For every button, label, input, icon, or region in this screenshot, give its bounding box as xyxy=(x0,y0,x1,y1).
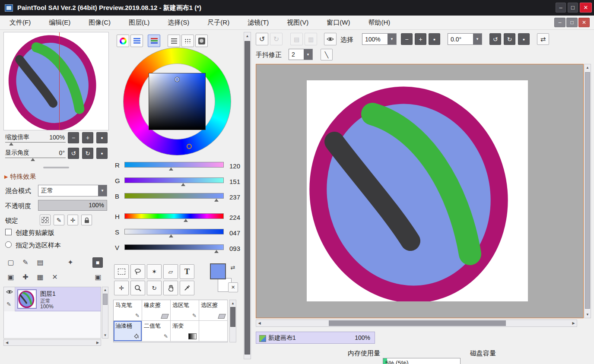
opacity-slider[interactable]: 100% xyxy=(38,200,107,211)
canvas-angle-reset-button[interactable]: ▪ xyxy=(518,33,530,45)
tool-empty-slot[interactable] xyxy=(199,321,228,342)
tool-marker-pen[interactable]: 马克笔 ✎ xyxy=(114,300,142,321)
shape-tool-button[interactable]: ▱ xyxy=(163,264,178,279)
saturation-slider[interactable] xyxy=(124,229,224,234)
canvas-hscrollbar[interactable]: ◀ ▶ xyxy=(256,320,577,327)
canvas-rotate-cw-button[interactable]: ↻ xyxy=(504,33,515,45)
lock-transparency-button[interactable] xyxy=(40,215,51,225)
close-button[interactable]: ✕ xyxy=(580,3,592,13)
menu-help[interactable]: 帮助(H) xyxy=(368,19,390,27)
hue-marker[interactable] xyxy=(187,144,192,149)
color-wheel-mode-button[interactable] xyxy=(117,35,129,47)
line-mode-button[interactable]: ╲ xyxy=(321,49,333,60)
tool-selection-eraser[interactable]: 选区擦 xyxy=(199,300,228,321)
new-mask-button[interactable]: ✦ xyxy=(65,256,76,268)
undo-button[interactable]: ↺ xyxy=(256,33,268,45)
tool-grid-scrollbar[interactable]: ▲ xyxy=(229,300,236,342)
sv-marker[interactable] xyxy=(175,77,179,82)
green-slider-marker[interactable] xyxy=(181,183,185,186)
hue-slider-marker[interactable] xyxy=(184,219,188,222)
canvas-zoom-select[interactable]: 100% ▼ xyxy=(362,33,397,45)
vscroll-thumb[interactable] xyxy=(103,294,108,305)
menu-layer[interactable]: 图层(L) xyxy=(129,19,149,27)
selection-source-radio[interactable] xyxy=(5,241,12,248)
menu-ruler[interactable]: 尺子(R) xyxy=(207,19,229,27)
scroll-up-icon[interactable]: ▲ xyxy=(244,32,251,39)
scroll-down-icon[interactable]: ▼ xyxy=(102,332,108,338)
canvas-vscroll-thumb[interactable] xyxy=(585,72,590,309)
navigator-angle-marker[interactable] xyxy=(31,158,35,161)
paste-button[interactable]: ▥ xyxy=(305,33,317,45)
pencil-icon[interactable]: ✎ xyxy=(6,301,11,307)
zoom-out-button[interactable]: − xyxy=(68,132,79,143)
canvas-zoom-in-button[interactable]: + xyxy=(415,33,426,45)
flip-canvas-button[interactable]: ⇄ xyxy=(537,33,549,45)
zoom-tool-button[interactable] xyxy=(130,281,145,295)
new-linework-layer-button[interactable]: ✎ xyxy=(20,256,31,268)
menu-edit[interactable]: 编辑(E) xyxy=(49,19,70,27)
canvas-vscrollbar[interactable]: ▲ ▼ xyxy=(584,64,591,318)
canvas-tab[interactable]: 新建画布1 100% xyxy=(256,332,375,344)
navigator-angle-slider[interactable]: 显示角度 0° xyxy=(5,149,66,158)
menu-filter[interactable]: 滤镜(T) xyxy=(248,19,269,27)
marquee-tool-button[interactable] xyxy=(114,264,129,279)
blend-mode-select[interactable]: 正常 ▼ xyxy=(38,185,107,196)
navigator-zoom-marker[interactable] xyxy=(9,142,13,146)
lock-position-button[interactable]: ✛ xyxy=(67,215,78,225)
scratchpad-mode-button[interactable] xyxy=(195,35,208,47)
canvas-angle-select[interactable]: 0.0° ▼ xyxy=(448,33,482,45)
panel-scroll-thumb[interactable] xyxy=(245,41,250,355)
blue-slider[interactable] xyxy=(124,193,224,199)
scroll-up-icon[interactable]: ▲ xyxy=(102,287,108,293)
menu-window[interactable]: 窗口(W) xyxy=(327,19,350,27)
swatch-list-mode-button[interactable] xyxy=(168,35,180,47)
zoom-in-button[interactable]: + xyxy=(82,132,93,143)
menu-select[interactable]: 选择(S) xyxy=(168,19,189,27)
special-effects-header[interactable]: ▶ 特殊效果 xyxy=(4,172,36,181)
swap-colors-icon[interactable]: ⇄ xyxy=(229,263,237,271)
cut-button[interactable]: ▤ xyxy=(290,33,303,45)
eye-icon[interactable] xyxy=(6,290,13,294)
copy-layer-button[interactable]: ▣ xyxy=(5,271,16,282)
tool-gradient[interactable]: 渐变 xyxy=(171,321,199,342)
doc-restore-button[interactable]: □ xyxy=(566,18,578,27)
rotate-tool-button[interactable]: ↻ xyxy=(147,281,162,295)
rotate-ccw-button[interactable]: ↺ xyxy=(68,148,79,159)
scroll-left-icon[interactable]: ◀ xyxy=(256,320,263,326)
doc-minimize-button[interactable]: – xyxy=(554,18,565,27)
menu-view[interactable]: 视图(V) xyxy=(287,19,308,27)
stabilizer-select[interactable]: 2 ▼ xyxy=(289,49,313,60)
canvas[interactable] xyxy=(307,80,528,301)
tool-bucket[interactable]: 油漆桶 xyxy=(114,321,142,342)
layer-color-button[interactable]: ■ xyxy=(92,257,103,268)
scroll-left-icon[interactable]: ◀ xyxy=(4,340,10,345)
selection-visibility-button[interactable] xyxy=(324,33,337,45)
menu-image[interactable]: 图像(C) xyxy=(89,19,111,27)
scroll-right-icon[interactable]: ▶ xyxy=(95,340,101,345)
minimize-button[interactable]: – xyxy=(556,3,566,13)
blue-slider-marker[interactable] xyxy=(214,199,219,202)
transparent-color-button[interactable]: ✕ xyxy=(228,282,238,292)
move-tool-button[interactable]: ✛ xyxy=(114,281,129,295)
layer-list-hscrollbar[interactable]: ◀ ▶ xyxy=(3,339,101,346)
panel-splitter-handle[interactable] xyxy=(43,167,69,168)
primary-color-swatch[interactable] xyxy=(210,263,226,279)
scroll-right-icon[interactable]: ▶ xyxy=(570,320,577,326)
tool-binary-pen[interactable]: 二值笔 ✎ xyxy=(142,321,171,342)
layer-row[interactable]: ✎ 图层1 正常 100% xyxy=(4,287,101,311)
value-slider[interactable] xyxy=(124,244,224,250)
lock-pixels-button[interactable]: ✎ xyxy=(54,215,64,225)
redo-button[interactable]: ↻ xyxy=(270,33,283,45)
magic-wand-tool-button[interactable]: ✶ xyxy=(147,264,162,279)
delete-layer-button[interactable]: ✕ xyxy=(49,271,60,282)
tool-eraser[interactable]: 橡皮擦 xyxy=(142,300,171,321)
zoom-reset-button[interactable]: ▪ xyxy=(96,132,108,143)
clipping-mask-checkbox[interactable] xyxy=(5,229,12,235)
fill-layer-button[interactable]: ▦ xyxy=(35,271,46,282)
lock-all-button[interactable] xyxy=(81,215,92,225)
saturation-value-square[interactable] xyxy=(149,73,206,130)
scroll-down-icon[interactable]: ▼ xyxy=(584,311,591,318)
layer-list-vscrollbar[interactable]: ▲ ▼ xyxy=(102,287,108,339)
duplicate-layer-button[interactable]: ▣ xyxy=(92,271,104,282)
eyedropper-tool-button[interactable] xyxy=(180,281,194,295)
